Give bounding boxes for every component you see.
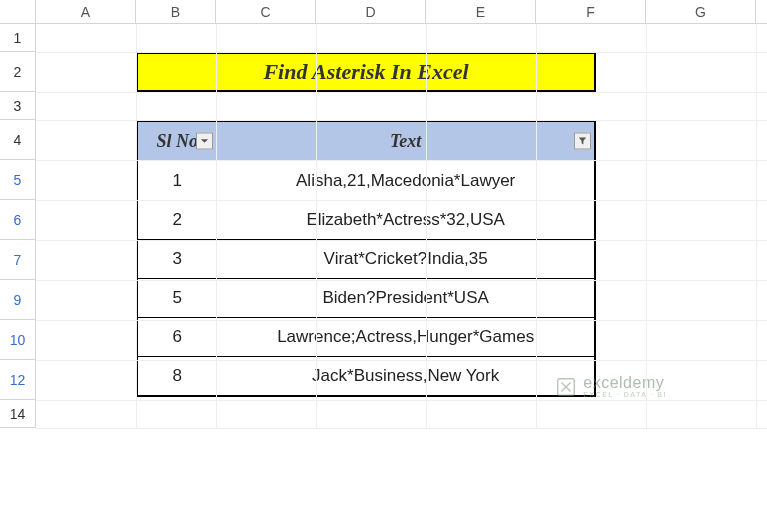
row-header-5[interactable]: 5 [0, 160, 36, 200]
header-slno-label: Sl No [156, 131, 198, 152]
cell-text[interactable]: Biden?President*USA [217, 279, 594, 317]
row-header-10[interactable]: 10 [0, 320, 36, 360]
watermark: exceldemy EXCEL · DATA · BI [555, 375, 667, 398]
row-header-6[interactable]: 6 [0, 200, 36, 240]
cell-text[interactable]: Alisha,21,Macedonia*Lawyer [217, 161, 594, 200]
column-header-d[interactable]: D [316, 0, 426, 23]
cell-slno[interactable]: 1 [138, 161, 217, 200]
column-header-c[interactable]: C [216, 0, 316, 23]
cell-text[interactable]: Jack*Business,New York [217, 357, 594, 395]
table-row[interactable]: 8Jack*Business,New York [138, 356, 594, 395]
column-header-f[interactable]: F [536, 0, 646, 23]
row-header-7[interactable]: 7 [0, 240, 36, 280]
watermark-sub: EXCEL · DATA · BI [583, 391, 667, 398]
column-header-b[interactable]: B [136, 0, 216, 23]
cell-slno[interactable]: 6 [138, 318, 217, 356]
cell-text[interactable]: Virat*Cricket?India,35 [217, 240, 594, 278]
row-header-4[interactable]: 4 [0, 120, 36, 160]
column-header-e[interactable]: E [426, 0, 536, 23]
row-header-strip: 12345679101214 [0, 24, 36, 428]
table-row[interactable]: 5Biden?President*USA [138, 278, 594, 317]
title-text: Find Asterisk In Excel [263, 59, 468, 85]
cell-slno[interactable]: 2 [138, 201, 217, 239]
data-table: Sl No Text 1Alisha,21,Macedonia*Lawyer2E… [136, 120, 596, 397]
row-header-2[interactable]: 2 [0, 52, 36, 92]
header-text-label: Text [390, 131, 421, 152]
cell-slno[interactable]: 3 [138, 240, 217, 278]
cell-text[interactable]: Lawrence;Actress,Hunger*Games [217, 318, 594, 356]
column-header-g[interactable]: G [646, 0, 756, 23]
row-header-3[interactable]: 3 [0, 92, 36, 120]
watermark-main: exceldemy [583, 375, 667, 391]
row-header-12[interactable]: 12 [0, 360, 36, 400]
row-header-9[interactable]: 9 [0, 280, 36, 320]
table-row[interactable]: 6Lawrence;Actress,Hunger*Games [138, 317, 594, 356]
cell-slno[interactable]: 8 [138, 357, 217, 395]
row-header-1[interactable]: 1 [0, 24, 36, 52]
filter-button-slno[interactable] [196, 133, 213, 150]
column-header-a[interactable]: A [36, 0, 136, 23]
filter-button-text[interactable] [574, 133, 591, 150]
table-row[interactable]: 3Virat*Cricket?India,35 [138, 239, 594, 278]
cell-text[interactable]: Elizabeth*Actress*32,USA [217, 201, 594, 239]
header-slno[interactable]: Sl No [138, 122, 217, 160]
filter-icon [578, 137, 587, 146]
worksheet-cells[interactable]: Find Asterisk In Excel Sl No Text [36, 24, 767, 428]
row-header-14[interactable]: 14 [0, 400, 36, 428]
column-header-row: ABCDEFG [0, 0, 767, 24]
cell-slno[interactable]: 5 [138, 279, 217, 317]
table-row[interactable]: 2Elizabeth*Actress*32,USA [138, 200, 594, 239]
watermark-icon [555, 376, 577, 398]
select-all-corner[interactable] [0, 0, 36, 23]
header-text[interactable]: Text [217, 122, 594, 160]
table-row[interactable]: 1Alisha,21,Macedonia*Lawyer [138, 161, 594, 200]
dropdown-icon [200, 137, 209, 146]
title-banner: Find Asterisk In Excel [136, 52, 596, 92]
